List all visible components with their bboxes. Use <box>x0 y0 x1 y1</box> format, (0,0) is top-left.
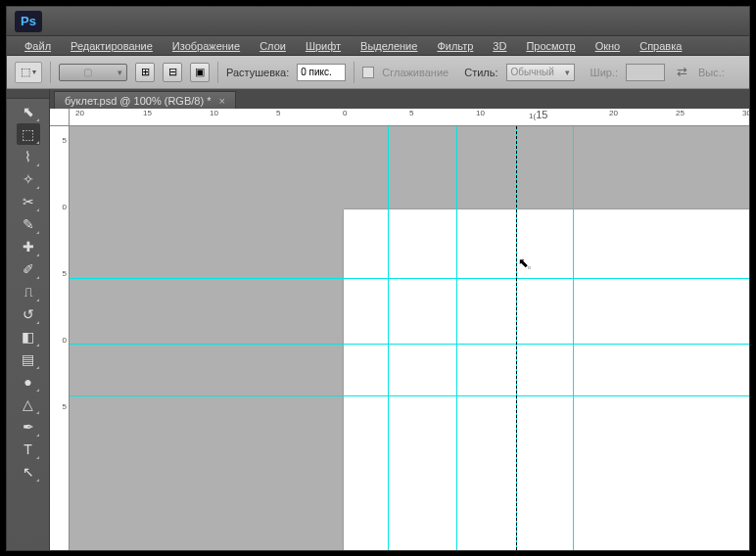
canvas-viewport[interactable]: 20 15 10 5 0 5 10 1(15 20 25 30 5 0 5 0 … <box>50 109 749 550</box>
separator <box>217 62 218 83</box>
ruler-tick: 5 <box>276 109 280 117</box>
selection-new-icon[interactable]: ▢ <box>59 64 127 81</box>
menu-filter[interactable]: Фильтр <box>429 37 481 55</box>
menu-file[interactable]: Файл <box>17 37 59 55</box>
guide-vertical[interactable] <box>388 126 389 550</box>
titlebar: Ps <box>7 7 749 36</box>
menu-window[interactable]: Окно <box>588 37 629 55</box>
app-window: Ps Файл Редактирование Изображение Слои … <box>6 6 750 551</box>
tool-panel: ⬉ ⬚ ⌇ ✧ ✂ ✎ ✚ ✐ ⎍ ↺ ◧ ▤ ● △ ✒ T ↖ <box>7 89 50 550</box>
separator <box>50 62 51 83</box>
tool-healing[interactable]: ✚ <box>17 236 40 257</box>
ruler-tick: 5 <box>63 269 67 278</box>
tool-pen[interactable]: ✒ <box>17 416 40 438</box>
cursor-icon: ⬉ <box>518 255 529 270</box>
separator <box>354 62 354 83</box>
tool-eyedropper[interactable]: ✎ <box>17 213 40 235</box>
ruler-tick: 20 <box>75 109 84 117</box>
ruler-tick: 0 <box>343 109 347 117</box>
selection-add-icon[interactable]: ⊞ <box>135 63 155 82</box>
ruler-vertical[interactable]: 5 0 5 0 5 <box>50 126 70 550</box>
menu-layers[interactable]: Слои <box>252 37 294 55</box>
tool-eraser[interactable]: ◧ <box>17 326 40 348</box>
guide-horizontal[interactable] <box>70 278 749 279</box>
ruler-tick: 25 <box>676 109 685 117</box>
menu-3d[interactable]: 3D <box>485 37 514 55</box>
guide-vertical[interactable] <box>573 126 574 550</box>
ruler-tick: 0 <box>63 203 67 211</box>
feather-input[interactable] <box>297 64 346 81</box>
tool-wand[interactable]: ✧ <box>17 168 40 190</box>
ruler-tick: 15 <box>536 109 547 120</box>
tool-brush[interactable]: ✐ <box>17 258 40 280</box>
menubar: Файл Редактирование Изображение Слои Шри… <box>7 36 749 56</box>
guide-horizontal[interactable] <box>70 344 749 345</box>
ruler-tick: 10 <box>210 109 218 117</box>
guide-vertical[interactable] <box>456 126 457 550</box>
menu-type[interactable]: Шрифт <box>298 37 349 55</box>
tool-stamp[interactable]: ⎍ <box>17 281 40 302</box>
ruler-tick: 5 <box>409 109 413 117</box>
menu-view[interactable]: Просмотр <box>518 37 583 55</box>
tool-dodge[interactable]: △ <box>17 394 40 415</box>
height-label: Выс.: <box>698 67 725 78</box>
close-icon[interactable]: × <box>218 95 224 107</box>
ruler-tick: 15 <box>143 109 152 117</box>
antialias-label: Сглаживание <box>382 67 449 78</box>
document-tab[interactable]: буклет.psd @ 100% (RGB/8) * × <box>54 91 236 109</box>
ruler-tick: 20 <box>609 109 618 117</box>
tool-marquee[interactable]: ⬚ <box>17 123 40 145</box>
style-label: Стиль: <box>464 67 497 78</box>
document-canvas[interactable] <box>344 209 749 550</box>
ruler-horizontal[interactable]: 20 15 10 5 0 5 10 1(15 20 25 30 <box>70 109 749 126</box>
menu-image[interactable]: Изображение <box>165 37 248 55</box>
selection-subtract-icon[interactable]: ⊟ <box>163 63 182 82</box>
ruler-tick: 5 <box>63 136 67 145</box>
width-input[interactable] <box>626 64 665 81</box>
tool-history[interactable]: ↺ <box>17 303 40 325</box>
selection-intersect-icon[interactable]: ▣ <box>190 63 210 82</box>
ruler-tick: 30 <box>742 109 749 117</box>
tool-lasso[interactable]: ⌇ <box>17 146 40 167</box>
tool-move[interactable]: ⬉ <box>17 101 40 122</box>
feather-label: Растушевка: <box>226 67 289 78</box>
style-select[interactable]: Обычный <box>506 64 575 81</box>
tool-path[interactable]: ↖ <box>17 461 40 483</box>
menu-help[interactable]: Справка <box>632 37 689 55</box>
ruler-tick: 5 <box>63 402 67 411</box>
tool-blur[interactable]: ● <box>17 371 40 393</box>
options-bar: ⬚▾ ▢ ⊞ ⊟ ▣ Растушевка: Сглаживание Стиль… <box>7 56 749 89</box>
selection-marquee-line <box>516 126 517 550</box>
app-logo: Ps <box>15 11 42 32</box>
swap-icon[interactable]: ⇄ <box>673 64 690 81</box>
guide-horizontal[interactable] <box>70 395 749 396</box>
canvas[interactable] <box>70 126 749 550</box>
document-area: буклет.psd @ 100% (RGB/8) * × 20 15 10 5… <box>50 89 749 550</box>
document-tab-title: буклет.psd @ 100% (RGB/8) * <box>65 95 211 107</box>
tool-crop[interactable]: ✂ <box>17 191 40 212</box>
menu-select[interactable]: Выделение <box>353 37 425 55</box>
menu-edit[interactable]: Редактирование <box>63 37 161 55</box>
antialias-checkbox[interactable] <box>362 67 374 78</box>
width-label: Шир.: <box>591 67 618 78</box>
tool-gradient[interactable]: ▤ <box>17 348 40 370</box>
tool-type[interactable]: T <box>17 439 40 460</box>
tool-panel-body: ⬉ ⬚ ⌇ ✧ ✂ ✎ ✚ ✐ ⎍ ↺ ◧ ▤ ● △ ✒ T ↖ <box>7 99 49 550</box>
document-tabs: буклет.psd @ 100% (RGB/8) * × <box>50 89 749 109</box>
tool-preset-icon[interactable]: ⬚▾ <box>15 62 42 83</box>
ruler-tick: 10 <box>476 109 485 117</box>
tool-panel-grip[interactable] <box>7 89 49 99</box>
workspace: ⬉ ⬚ ⌇ ✧ ✂ ✎ ✚ ✐ ⎍ ↺ ◧ ▤ ● △ ✒ T ↖ буклет… <box>7 89 749 550</box>
ruler-origin[interactable] <box>50 109 70 126</box>
ruler-tick: 0 <box>63 336 67 345</box>
